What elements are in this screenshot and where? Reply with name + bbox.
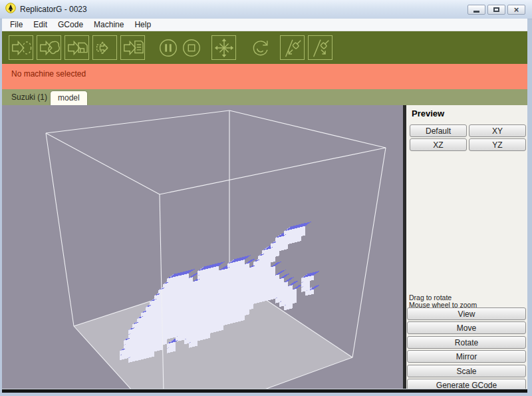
- pause-button[interactable]: [157, 35, 180, 60]
- open-file-label: Suzuki (1): [11, 93, 47, 102]
- view-yz-button[interactable]: YZ: [469, 138, 526, 151]
- upload-icon: [94, 37, 116, 59]
- menu-file[interactable]: File: [5, 19, 28, 31]
- view-gcode-button[interactable]: [120, 35, 145, 60]
- menu-help[interactable]: Help: [129, 19, 156, 31]
- stop-button[interactable]: [180, 35, 203, 60]
- maximize-icon: [493, 7, 499, 12]
- gcode-icon: [122, 37, 144, 59]
- simulate-button[interactable]: [9, 35, 33, 60]
- status-message: No machine selected: [11, 69, 86, 79]
- bottom-frame: [2, 389, 527, 393]
- machine-status-bar: No machine selected: [2, 64, 527, 89]
- view-default-button[interactable]: Default: [410, 124, 467, 137]
- disconnect-icon: [309, 37, 332, 59]
- app-icon: [5, 3, 16, 16]
- scale-button[interactable]: Scale: [407, 365, 526, 377]
- tab-model[interactable]: model: [50, 91, 88, 105]
- build-icon: [38, 37, 61, 59]
- tab-strip: Suzuki (1) model: [2, 89, 527, 105]
- build-button[interactable]: [37, 35, 61, 60]
- control-panel-icon: [213, 37, 235, 59]
- build-to-file-icon: [66, 37, 88, 59]
- menu-bar: File Edit GCode Machine Help: [2, 19, 527, 31]
- menu-machine[interactable]: Machine: [88, 19, 129, 31]
- reset-button[interactable]: [249, 35, 271, 60]
- move-button[interactable]: Move: [407, 321, 526, 334]
- minimize-icon: [473, 11, 479, 13]
- menu-gcode[interactable]: GCode: [53, 19, 88, 31]
- build-to-file-button[interactable]: [65, 35, 89, 60]
- stop-icon: [180, 37, 203, 59]
- simulate-icon: [10, 37, 33, 59]
- upload-button[interactable]: [92, 35, 117, 60]
- title-bar[interactable]: ReplicatorG - 0023 ×: [0, 0, 532, 19]
- close-button[interactable]: ×: [507, 5, 525, 15]
- menu-edit[interactable]: Edit: [28, 19, 53, 31]
- preview-panel: Preview Default XY XZ YZ Drag to rotate …: [406, 105, 527, 389]
- control-panel-button[interactable]: [211, 35, 236, 60]
- view-mode-button[interactable]: View: [407, 307, 526, 320]
- reset-icon: [249, 37, 271, 59]
- disconnect-button[interactable]: [308, 35, 332, 60]
- minimize-button[interactable]: [467, 5, 485, 15]
- build-volume-scene: [2, 105, 403, 389]
- preview-title: Preview: [412, 108, 444, 118]
- window-controls: ×: [467, 5, 525, 15]
- main-toolbar: [2, 31, 527, 64]
- model-3d-viewport[interactable]: [2, 105, 403, 389]
- replicatorg-window: ReplicatorG - 0023 × File Edit GCode Mac…: [0, 0, 532, 396]
- view-xz-button[interactable]: XZ: [410, 138, 467, 151]
- maximize-button[interactable]: [487, 5, 505, 15]
- window-title: ReplicatorG - 0023: [20, 5, 87, 14]
- rotate-button[interactable]: Rotate: [407, 336, 526, 349]
- view-xy-button[interactable]: XY: [469, 124, 526, 137]
- close-icon: ×: [514, 5, 519, 14]
- pause-icon: [157, 37, 180, 59]
- connect-button[interactable]: [280, 35, 305, 60]
- connect-icon: [281, 37, 304, 59]
- mirror-button[interactable]: Mirror: [407, 350, 526, 363]
